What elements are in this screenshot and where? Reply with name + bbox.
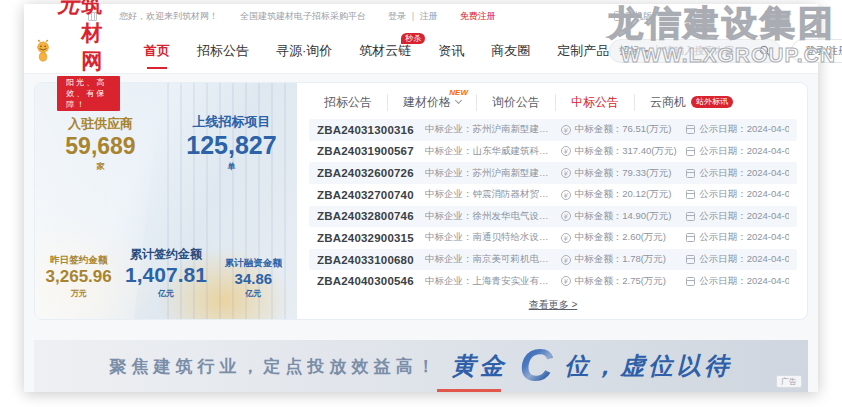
site-name: 筑材网 (81, 0, 120, 75)
winning-company: 中标企业：上海青安实业有限公司 (425, 275, 561, 288)
winning-amount: ¥中标金额：20.12(万元) (561, 188, 686, 201)
ad-tag: 广告 (776, 375, 802, 388)
project-number: ZBA24040300546 (317, 275, 425, 287)
new-badge: NEW (449, 88, 468, 97)
stat-unit: 万元 (35, 288, 122, 299)
project-number: ZBA24032800746 (317, 210, 425, 222)
calendar-icon (686, 277, 695, 286)
table-row[interactable]: ZBA24031300316中标企业：苏州沪南新型建材科技有限公司¥中标金额：7… (309, 119, 797, 141)
tab-label: 建材价格 (403, 94, 451, 111)
amount-text: 中标金额：79.33(万元) (575, 167, 672, 180)
nav-item-招标公告[interactable]: 招标公告 (197, 42, 249, 60)
tab-label: 中标公告 (571, 94, 619, 111)
winning-amount: ¥中标金额：2.75(万元) (561, 275, 686, 288)
publish-date: 公示日期：2024-04-09 (686, 231, 789, 244)
view-more: 查看更多 > (309, 292, 797, 315)
winning-amount: ¥中标金额：2.60(万元) (561, 231, 686, 244)
nav-item-定制产品[interactable]: 定制产品 (557, 42, 609, 60)
auth-links[interactable]: 登录 ｜ 注册 (388, 10, 438, 23)
stat-value: 1,407.81 (122, 263, 209, 287)
yen-circle-icon: ¥ (561, 125, 571, 135)
topbar-slogan: 全国建筑建材电子招标采购平台 (240, 10, 366, 23)
search-category-dropdown[interactable]: 招标 (619, 44, 649, 58)
tab-label: 招标公告 (324, 94, 372, 111)
register-link[interactable]: 免费注册 (460, 10, 496, 23)
stat-label: 累计融资金额 (210, 257, 297, 270)
publish-date: 公示日期：2024-04-09 (686, 145, 789, 158)
publish-date: 公示日期：2024-04-09 (686, 167, 789, 180)
table-row[interactable]: ZBA24032800746中标企业：徐州发华电气设备销售有限公司¥中标金额：1… (309, 206, 797, 228)
nav-item-label: 寻源·询价 (276, 43, 332, 58)
ad-banner[interactable]: 聚焦建筑行业，定点投放效益高！ 黄金 C 位，虚位以待 广告 (34, 340, 808, 392)
publish-date: 公示日期：2024-04-09 (686, 123, 789, 136)
yen-circle-icon: ¥ (561, 233, 571, 243)
project-number: ZBA24032900315 (317, 232, 425, 244)
winning-amount: ¥中标金额：79.33(万元) (561, 167, 686, 180)
nav-item-label: 资讯 (438, 43, 464, 58)
banner-tail-text: 位，虚位以待 (565, 350, 733, 382)
header: 元 筑材网 阳光、高效、有保障！ 首页招标公告寻源·询价筑材云链秒杀资讯商友圈定… (24, 28, 818, 74)
announcement-tabs: 招标公告建材价格NEW询价公告中标公告云商机站外标讯 (309, 90, 797, 114)
tab-中标公告[interactable]: 中标公告 (555, 94, 634, 111)
welcome-text: 您好，欢迎来到筑材网！ (119, 10, 218, 23)
stat-昨日签约金额: 昨日签约金额3,265.96万元 (35, 254, 122, 299)
search-icon[interactable] (759, 45, 771, 57)
winning-company: 中标企业：徐州发华电气设备销售有限公司 (425, 210, 561, 223)
nav-item-寻源·询价[interactable]: 寻源·询价 (276, 42, 332, 60)
search-category-label: 招标 (619, 44, 639, 58)
nav-item-badge: 秒杀 (401, 33, 425, 44)
date-text: 公示日期：2024-04-09 (699, 210, 789, 223)
amount-text: 中标金额：2.60(万元) (575, 231, 666, 244)
tab-云商机[interactable]: 云商机站外标讯 (634, 94, 748, 111)
table-row[interactable]: ZBA24033100680中标企业：南京美可莉机电工程有限公司¥中标金额：1.… (309, 249, 797, 271)
login-register-button[interactable]: 登录/注册 (791, 39, 842, 63)
tab-询价公告[interactable]: 询价公告 (476, 94, 555, 111)
nav-item-label: 商友圈 (491, 43, 530, 58)
stat-label: 上线招标项目 (166, 113, 297, 131)
table-row[interactable]: ZBA24031900567中标企业：山东华威建筑科技有限公司¥中标金额：317… (309, 141, 797, 163)
yen-circle-icon: ¥ (561, 168, 571, 178)
nav-item-商友圈[interactable]: 商友圈 (491, 42, 530, 60)
search-input[interactable] (664, 45, 759, 56)
logo-mark: 元 (57, 0, 79, 20)
winning-amount: ¥中标金额：317.40(万元) (561, 145, 686, 158)
publish-date: 公示日期：2024-04-09 (686, 253, 789, 266)
stat-unit: 亿元 (122, 288, 209, 299)
yen-circle-icon: ¥ (561, 190, 571, 200)
nav-item-筑材云链[interactable]: 筑材云链秒杀 (359, 42, 411, 60)
nav-item-首页[interactable]: 首页 (144, 42, 170, 60)
stats-panel: 入驻供应商59,689家上线招标项目125,827单 昨日签约金额3,265.9… (35, 83, 297, 319)
tab-建材价格[interactable]: 建材价格NEW (387, 94, 476, 111)
stat-累计签约金额: 累计签约金额1,407.81亿元 (122, 246, 209, 299)
calendar-icon (686, 212, 695, 221)
date-text: 公示日期：2024-04-09 (699, 231, 789, 244)
tab-招标公告[interactable]: 招标公告 (309, 94, 387, 111)
announcement-rows: ZBA24031300316中标企业：苏州沪南新型建材科技有限公司¥中标金额：7… (309, 119, 797, 292)
project-number: ZBA24031300316 (317, 124, 425, 136)
table-row[interactable]: ZBA24032600726中标企业：苏州沪南新型建材科技有限公司¥中标金额：7… (309, 162, 797, 184)
topbar-left: 您好，欢迎来到筑材网！ 全国建筑建材电子招标采购平台 登录 ｜ 注册 免费注册 (88, 10, 496, 23)
logo[interactable]: 元 筑材网 阳光、高效、有保障！ (34, 0, 120, 111)
table-row[interactable]: ZBA24032700740中标企业：钟震消防器材贸易（南京）有...¥中标金额… (309, 184, 797, 206)
view-more-link[interactable]: 查看更多 > (529, 299, 578, 310)
nav-item-label: 定制产品 (557, 43, 609, 58)
table-row[interactable]: ZBA24032900315中标企业：南通贝特给水设备科技有限公司¥中标金额：2… (309, 227, 797, 249)
nav-item-资讯[interactable]: 资讯 (438, 42, 464, 60)
page: 您好，欢迎来到筑材网！ 全国建筑建材电子招标采购平台 登录 ｜ 注册 免费注册 … (24, 4, 818, 392)
winning-amount: ¥中标金额：1.78(万元) (561, 253, 686, 266)
yen-circle-icon: ¥ (561, 211, 571, 221)
banner-gold-text: 黄金 (451, 350, 507, 382)
stat-label: 昨日签约金额 (35, 254, 122, 267)
mobile-link[interactable]: 手机版 (625, 10, 652, 23)
table-row[interactable]: ZBA24040300546中标企业：上海青安实业有限公司¥中标金额：2.75(… (309, 270, 797, 292)
winning-amount: ¥中标金额：14.90(万元) (561, 210, 686, 223)
stat-unit: 亿元 (210, 288, 297, 299)
project-number: ZBA24032700740 (317, 189, 425, 201)
date-text: 公示日期：2024-04-09 (699, 123, 789, 136)
search-box[interactable]: 招标 (609, 39, 781, 63)
amount-text: 中标金额：20.12(万元) (575, 188, 672, 201)
project-number: ZBA24032600726 (317, 167, 425, 179)
calendar-icon (686, 255, 695, 264)
winning-company: 中标企业：南通贝特给水设备科技有限公司 (425, 231, 561, 244)
stat-累计融资金额: 累计融资金额34.86亿元 (210, 257, 297, 299)
